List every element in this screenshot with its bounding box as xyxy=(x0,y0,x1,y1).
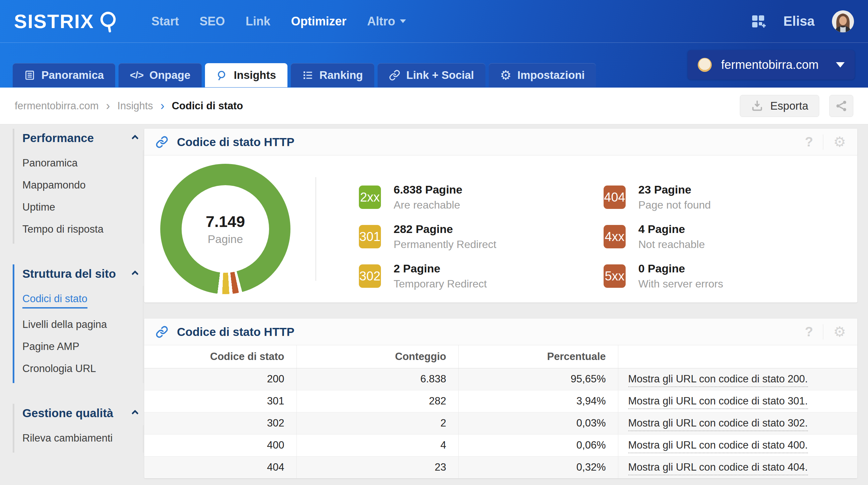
sidebar-item-livelli-della-pagina[interactable]: Livelli della pagina xyxy=(22,314,143,336)
nav-item-optimizer[interactable]: Optimizer xyxy=(291,15,346,28)
breadcrumb-bar: fermentobirra.com › Insights › Codici di… xyxy=(0,88,868,124)
table-row: 404 23 0,32% Mostra gli URL con codice d… xyxy=(144,456,857,478)
show-urls-link-200[interactable]: Mostra gli URL con codice di stato 200. xyxy=(628,373,808,387)
column-header-percentuale[interactable]: Percentuale xyxy=(458,345,618,368)
show-urls-link-404[interactable]: Mostra gli URL con codice di stato 404. xyxy=(628,461,808,475)
panel-header: Codice di stato HTTP ? ⚙ xyxy=(144,318,857,345)
cell-link: Mostra gli URL con codice di stato 200. xyxy=(618,368,857,390)
column-header-codice[interactable]: Codice di stato xyxy=(144,345,297,368)
sistrix-logo[interactable]: SISTRIX xyxy=(14,10,120,32)
sidebar-section-header[interactable]: Struttura del sito xyxy=(22,264,144,286)
breadcrumb-insights[interactable]: Insights xyxy=(118,100,153,112)
help-icon[interactable]: ? xyxy=(805,134,813,149)
tab-ranking[interactable]: Ranking xyxy=(291,63,374,87)
tab-insights[interactable]: Insights xyxy=(205,63,287,87)
cell-code: 404 xyxy=(144,456,297,478)
cell-link: Mostra gli URL con codice di stato 302. xyxy=(618,412,857,434)
legend-column-left: 2xx 6.838 Pagine Are reachable 301 282 P… xyxy=(359,183,496,290)
nav-item-seo[interactable]: SEO xyxy=(199,15,225,28)
divider xyxy=(315,177,316,281)
legend-row-5xx: 5xx 0 Pagine With server errors xyxy=(603,262,723,290)
donut-total-label: Pagine xyxy=(208,233,243,246)
project-domain: fermentobirra.com xyxy=(721,58,818,72)
tab-impostazioni[interactable]: ⚙ Impostazioni xyxy=(489,63,596,87)
sidebar-item-panoramica[interactable]: Panoramica xyxy=(22,152,143,174)
share-button[interactable] xyxy=(829,95,853,117)
sidebar-item-mappamondo[interactable]: Mappamondo xyxy=(22,174,143,196)
status-badge-5xx: 5xx xyxy=(603,264,626,288)
sidebar-item-pagine-amp[interactable]: Pagine AMP xyxy=(22,336,143,358)
help-icon[interactable]: ? xyxy=(805,324,813,339)
tab-label: Insights xyxy=(234,69,276,82)
legend-row-301: 301 282 Pagine Permanently Redirect xyxy=(359,223,496,251)
chevron-up-icon xyxy=(131,134,138,141)
apps-grid-button[interactable] xyxy=(750,13,766,29)
overview-icon xyxy=(24,69,35,81)
status-badge-4xx: 4xx xyxy=(603,225,626,248)
export-button[interactable]: Esporta xyxy=(740,95,819,117)
table-row: 200 6.838 95,65% Mostra gli URL con codi… xyxy=(144,368,857,390)
section-title: Gestione qualità xyxy=(22,406,113,420)
cell-count: 23 xyxy=(297,456,458,478)
show-urls-link-400[interactable]: Mostra gli URL con codice di stato 400. xyxy=(628,439,808,453)
cell-link: Mostra gli URL con codice di stato 404. xyxy=(618,456,857,478)
share-icon xyxy=(835,99,848,113)
chevron-down-icon xyxy=(836,62,845,67)
chevron-down-icon xyxy=(400,19,406,23)
nav-item-start[interactable]: Start xyxy=(152,15,179,28)
tab-onpage[interactable]: </> Onpage xyxy=(119,63,202,87)
table-row: 400 4 0,06% Mostra gli URL con codice di… xyxy=(144,434,857,456)
sidebar-section-header[interactable]: Performance xyxy=(22,129,144,150)
gear-icon[interactable]: ⚙ xyxy=(833,135,846,149)
link-icon[interactable] xyxy=(156,136,168,148)
tab-label: Onpage xyxy=(149,69,190,82)
top-navbar: SISTRIX Start SEO Link Optimizer Altro xyxy=(0,0,868,43)
tab-panoramica[interactable]: Panoramica xyxy=(13,63,115,87)
panel-tools: ? ⚙ xyxy=(805,134,846,150)
cell-count: 2 xyxy=(297,412,458,434)
cell-code: 200 xyxy=(144,368,297,390)
donut-chart[interactable]: 7.149 Pagine xyxy=(160,164,290,294)
link-icon[interactable] xyxy=(156,325,168,338)
search-icon xyxy=(216,69,228,81)
sidebar-item-codici-di-stato[interactable]: Codici di stato xyxy=(22,288,143,314)
nav-item-link[interactable]: Link xyxy=(246,15,271,28)
cell-link: Mostra gli URL con codice di stato 400. xyxy=(618,434,857,456)
panel-title: Codice di stato HTTP xyxy=(177,135,294,149)
status-badge-301: 301 xyxy=(359,225,381,248)
panel-title: Codice di stato HTTP xyxy=(177,325,294,339)
panel-header: Codice di stato HTTP ? ⚙ xyxy=(144,129,857,155)
legend-count: 23 Pagine xyxy=(638,183,711,196)
sidebar-item-cronologia-url[interactable]: Cronologia URL xyxy=(22,358,143,380)
sidebar-section-header[interactable]: Gestione qualità xyxy=(22,404,144,425)
tab-link-social[interactable]: Link + Social xyxy=(378,63,486,87)
gear-icon[interactable]: ⚙ xyxy=(833,325,846,339)
sidebar-item-uptime[interactable]: Uptime xyxy=(22,196,143,218)
status-code-table: Codice di stato Conteggio Percentuale 20… xyxy=(144,345,857,478)
sidebar-section-struttura: Struttura del sito Codici di stato Livel… xyxy=(13,264,144,383)
tab-label: Impostazioni xyxy=(518,69,585,82)
nav-item-altro[interactable]: Altro xyxy=(367,15,406,28)
breadcrumb-domain[interactable]: fermentobirra.com xyxy=(15,100,99,112)
legend-description: Not reachable xyxy=(638,238,705,251)
tab-label: Ranking xyxy=(319,69,363,82)
tab-row: Panoramica </> Onpage Insights xyxy=(0,43,868,87)
tab-label: Panoramica xyxy=(41,69,104,82)
download-icon xyxy=(751,99,764,112)
cell-count: 4 xyxy=(297,434,458,456)
legend-count: 0 Pagine xyxy=(638,262,723,275)
code-icon: </> xyxy=(130,69,143,81)
project-selector[interactable]: fermentobirra.com xyxy=(688,50,855,80)
ranking-icon xyxy=(302,69,313,81)
user-menu[interactable]: Elisa xyxy=(783,14,814,29)
sidebar-item-rileva-cambiamenti[interactable]: Rileva cambiamenti xyxy=(22,427,143,449)
main-content: Codice di stato HTTP ? ⚙ 7.149 Pagine xyxy=(144,129,857,485)
show-urls-link-302[interactable]: Mostra gli URL con codice di stato 302. xyxy=(628,417,808,431)
column-header-conteggio[interactable]: Conteggio xyxy=(297,345,458,368)
show-urls-link-301[interactable]: Mostra gli URL con codice di stato 301. xyxy=(628,395,808,409)
export-label: Esporta xyxy=(770,99,808,112)
sidebar-item-tempo-di-risposta[interactable]: Tempo di risposta xyxy=(22,218,143,240)
section-items: Rileva cambiamenti xyxy=(22,425,144,453)
cell-link: Mostra gli URL con codice di stato 301. xyxy=(618,390,857,412)
avatar[interactable] xyxy=(832,10,854,32)
